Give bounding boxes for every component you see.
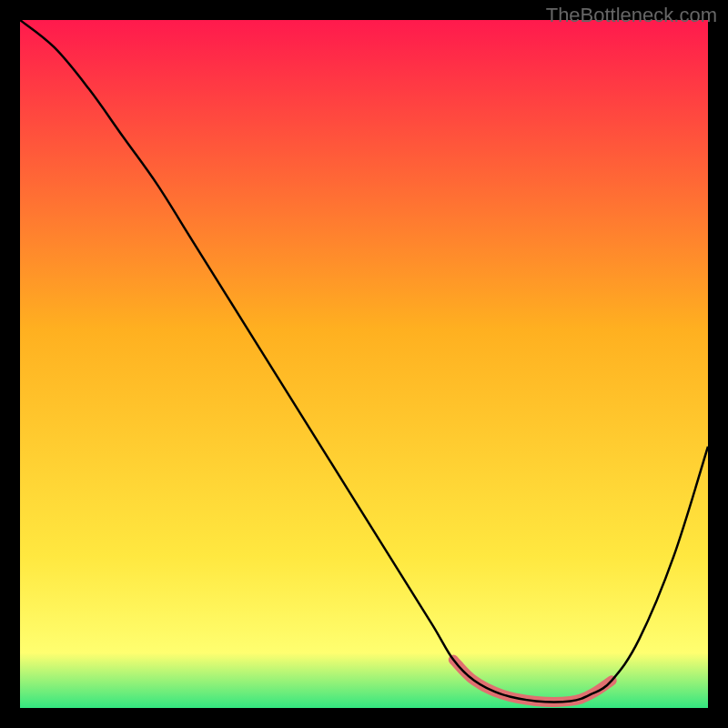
chart-frame: TheBottleneck.com	[0, 0, 728, 728]
chart-svg	[20, 20, 708, 708]
chart-plot	[20, 20, 708, 708]
gradient-background	[20, 20, 708, 708]
watermark-text: TheBottleneck.com	[546, 4, 717, 27]
